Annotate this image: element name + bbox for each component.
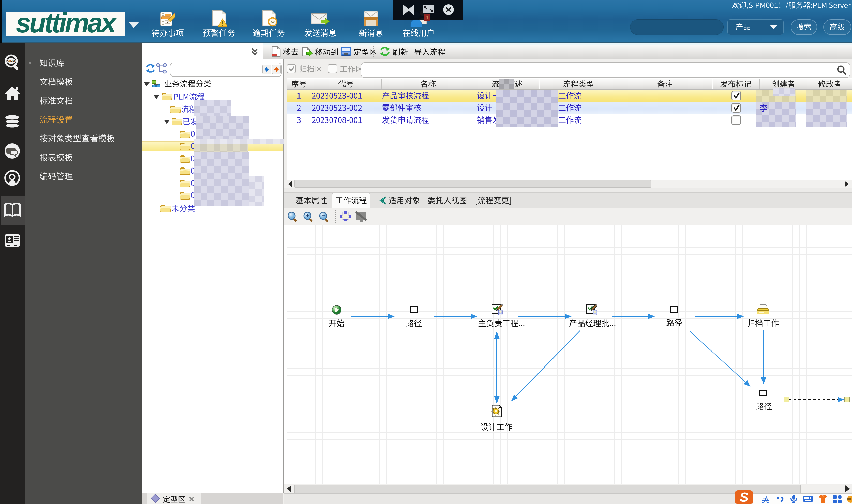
svg-text:SIPM: SIPM (7, 59, 15, 63)
